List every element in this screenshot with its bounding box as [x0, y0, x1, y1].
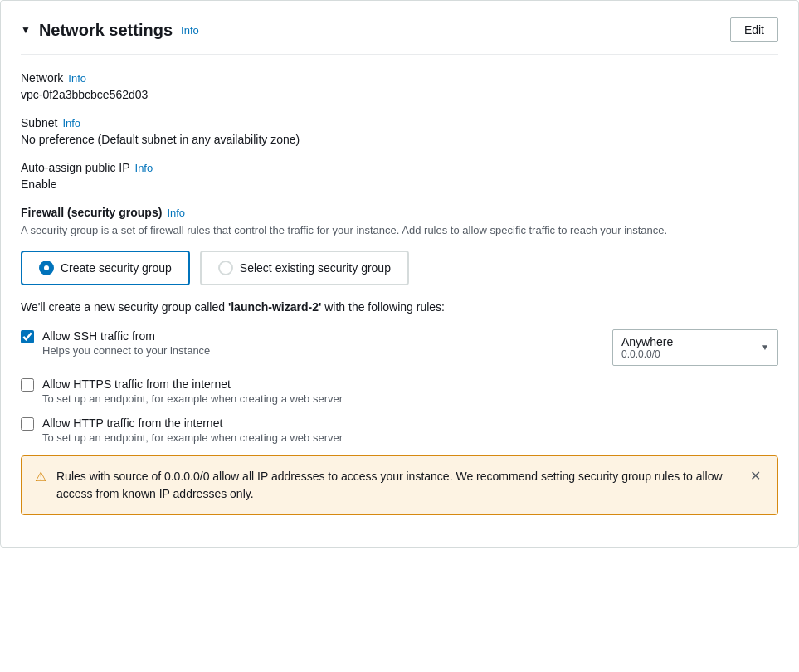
- new-sg-message: We'll create a new security group called…: [21, 299, 778, 316]
- warning-text: Rules with source of 0.0.0.0/0 allow all…: [56, 468, 737, 503]
- https-label: Allow HTTPS traffic from the internet: [42, 377, 778, 391]
- subnet-value: No preference (Default subnet in any ava…: [21, 133, 300, 146]
- network-label: Network: [21, 71, 63, 85]
- firewall-info-link[interactable]: Info: [167, 207, 185, 219]
- firewall-label: Firewall (security groups): [21, 206, 162, 219]
- ssh-source-dropdown[interactable]: Anywhere 0.0.0.0/0 ▼: [612, 329, 778, 366]
- auto-assign-section: Auto-assign public IP Info Enable: [21, 161, 778, 191]
- http-checkbox[interactable]: [21, 417, 34, 431]
- http-rule-row: Allow HTTP traffic from the internet To …: [21, 416, 778, 444]
- warning-close-button[interactable]: ✕: [747, 468, 764, 484]
- new-sg-name: 'launch-wizard-2': [228, 300, 321, 314]
- panel-title: Network settings: [39, 21, 173, 40]
- select-security-group-option[interactable]: Select existing security group: [200, 251, 409, 285]
- create-radio-label: Create security group: [61, 261, 172, 275]
- ssh-rule-row: Allow SSH traffic from Helps you connect…: [21, 329, 778, 366]
- auto-assign-value: Enable: [21, 178, 57, 191]
- network-info-link[interactable]: Info: [68, 72, 86, 85]
- ssh-dropdown-sub: 0.0.0.0/0: [621, 348, 756, 360]
- http-description: To set up an endpoint, for example when …: [42, 431, 778, 444]
- http-label: Allow HTTP traffic from the internet: [42, 416, 778, 430]
- chevron-down-icon: ▼: [21, 24, 31, 36]
- ssh-dropdown-top: Anywhere: [621, 335, 756, 348]
- dropdown-arrow-icon: ▼: [761, 343, 769, 352]
- edit-button[interactable]: Edit: [730, 17, 778, 42]
- https-rule-row: Allow HTTPS traffic from the internet To…: [21, 377, 778, 405]
- auto-assign-label: Auto-assign public IP: [21, 161, 130, 174]
- firewall-description: A security group is a set of firewall ru…: [21, 222, 778, 239]
- new-sg-suffix: with the following rules:: [321, 300, 445, 314]
- ssh-label: Allow SSH traffic from: [42, 329, 604, 343]
- https-content: Allow HTTPS traffic from the internet To…: [42, 377, 778, 405]
- panel-header: ▼ Network settings Info Edit: [21, 17, 778, 55]
- select-radio-label: Select existing security group: [240, 261, 391, 275]
- http-content: Allow HTTP traffic from the internet To …: [42, 416, 778, 444]
- select-radio-circle: [218, 261, 233, 275]
- create-security-group-option[interactable]: Create security group: [21, 251, 190, 285]
- https-description: To set up an endpoint, for example when …: [42, 392, 778, 405]
- ssh-dropdown-content: Anywhere 0.0.0.0/0: [621, 335, 756, 360]
- firewall-section: Firewall (security groups) Info A securi…: [21, 206, 778, 515]
- create-radio-circle: [39, 261, 54, 275]
- network-section: Network Info vpc-0f2a3bbcbce562d03: [21, 71, 778, 101]
- ssh-checkbox[interactable]: [21, 330, 34, 343]
- auto-assign-info-link[interactable]: Info: [135, 162, 153, 174]
- subnet-label: Subnet: [21, 116, 57, 129]
- warning-banner: ⚠ Rules with source of 0.0.0.0/0 allow a…: [21, 455, 778, 515]
- https-checkbox[interactable]: [21, 378, 34, 392]
- ssh-description: Helps you connect to your instance: [42, 344, 604, 357]
- security-group-radio-group: Create security group Select existing se…: [21, 251, 778, 285]
- panel-info-link[interactable]: Info: [181, 24, 199, 37]
- network-value: vpc-0f2a3bbcbce562d03: [21, 88, 148, 101]
- warning-icon: ⚠: [35, 469, 46, 485]
- new-sg-prefix: We'll create a new security group called: [21, 300, 228, 314]
- subnet-info-link[interactable]: Info: [62, 117, 80, 129]
- ssh-content: Allow SSH traffic from Helps you connect…: [42, 329, 604, 357]
- subnet-section: Subnet Info No preference (Default subne…: [21, 116, 778, 146]
